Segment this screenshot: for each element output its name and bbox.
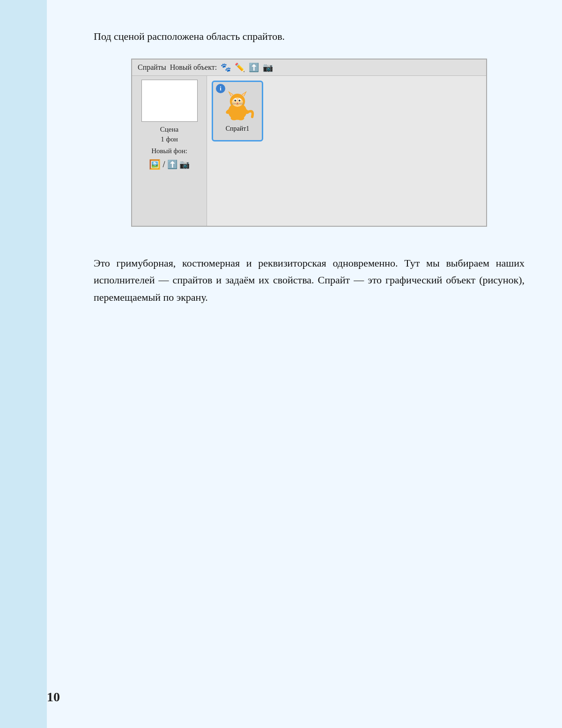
intro-paragraph: Под сценой расположена область спрайтов. [94,28,525,45]
svg-point-11 [236,100,236,100]
bg-camera-icon[interactable]: 📷 [179,159,190,170]
scene-label: Сцена 1 фон [160,125,178,144]
camera-icon[interactable]: 📷 [263,62,273,73]
bg-paint-icon[interactable]: 🖼️ [149,159,161,170]
scene-panel: Сцена 1 фон Новый фон: 🖼️ / ⬆️ 📷 [132,76,207,226]
panel-header: Спрайты Новый объект: 🐾 ✏️ ⬆️ 📷 [132,59,486,76]
bg-pencil-icon[interactable]: / [163,160,165,170]
svg-point-9 [235,100,237,102]
scene-icons: 🖼️ / ⬆️ 📷 [149,159,189,170]
svg-point-13 [237,103,238,104]
page-content: Под сценой расположена область спрайтов.… [47,0,562,728]
svg-point-12 [240,100,240,100]
bg-upload-icon[interactable]: ⬆️ [167,159,177,170]
sprites-area: i [207,76,486,226]
svg-point-6 [232,97,243,107]
sprites-label: Спрайты [138,63,166,72]
sprite-item[interactable]: i [212,81,263,141]
body-paragraph: Это гримуборная, костюмерная и реквизито… [94,255,525,306]
flame-icon[interactable]: 🐾 [221,62,231,73]
page-number: 10 [47,690,60,705]
new-object-label: Новый объект: [170,63,217,72]
scratch-sprites-panel: Спрайты Новый объект: 🐾 ✏️ ⬆️ 📷 Сцена 1 … [131,59,487,227]
sprite-cat-image [221,89,254,123]
scene-thumbnail [141,80,198,122]
panel-body: Сцена 1 фон Новый фон: 🖼️ / ⬆️ 📷 i [132,76,486,226]
svg-point-20 [231,116,237,120]
pencil-icon[interactable]: ✏️ [235,62,245,73]
left-bar [0,0,47,728]
svg-point-21 [237,116,244,120]
upload-icon[interactable]: ⬆️ [249,62,259,73]
svg-point-10 [239,100,241,102]
sprite-name: Спрайт1 [226,125,250,133]
new-bg-label: Новый фон: [151,146,187,156]
